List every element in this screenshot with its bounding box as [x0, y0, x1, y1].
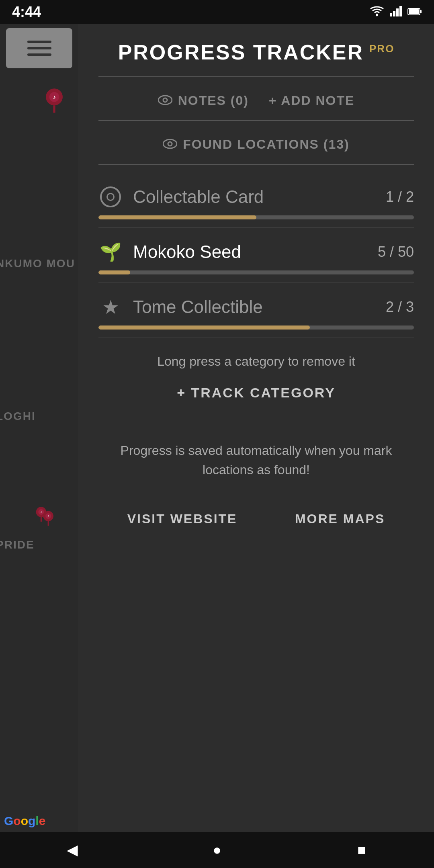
svg-point-18 — [163, 98, 167, 102]
notes-divider — [98, 120, 414, 121]
eye-icon — [158, 93, 172, 108]
map-background: NKUMO MOU LOGHI PRIDE ♪ ♪ ♪ — [0, 24, 80, 832]
more-maps-button[interactable]: MORE MAPS — [287, 508, 393, 530]
autosave-text: Progress is saved automatically when you… — [98, 417, 414, 495]
pro-badge: PRO — [369, 43, 394, 55]
star-icon: ★ — [102, 296, 119, 318]
google-logo: Google — [4, 814, 45, 828]
mokoko-seed-name: Mokoko Seed — [133, 242, 378, 262]
category-header-collectable-card: Collectable Card 1 / 2 — [98, 185, 414, 209]
tome-collectible-count: 2 / 3 — [386, 299, 414, 315]
svg-point-17 — [158, 96, 172, 104]
hamburger-line-2 — [27, 47, 51, 49]
mokoko-seed-count: 5 / 50 — [378, 244, 414, 260]
mokoko-sprout-icon: 🌱 — [100, 242, 122, 262]
svg-rect-12 — [396, 8, 399, 16]
map-pin-group-1: ♪ — [42, 86, 66, 115]
bottom-actions: VISIT WEBSITE MORE MAPS — [98, 495, 414, 547]
panel-header: PROGRESS TRACKER PRO — [98, 40, 414, 64]
notes-item[interactable]: NOTES (0) — [158, 93, 249, 108]
add-note-button[interactable]: + ADD NOTE — [269, 93, 355, 108]
status-bar: 4:44 — [0, 0, 434, 24]
wifi-icon — [370, 5, 384, 19]
collectable-card-name: Collectable Card — [133, 187, 386, 207]
card-circle — [100, 186, 121, 207]
hamburger-lines — [27, 41, 51, 56]
svg-text:♪: ♪ — [47, 514, 49, 518]
svg-rect-10 — [390, 13, 392, 16]
svg-rect-16 — [409, 9, 419, 14]
category-item-collectable-card[interactable]: Collectable Card 1 / 2 — [98, 173, 414, 228]
category-item-tome-collectible[interactable]: ★ Tome Collectible 2 / 3 — [98, 283, 414, 338]
svg-point-9 — [376, 14, 378, 16]
hamburger-button[interactable] — [6, 28, 72, 68]
mokoko-seed-progress-fill — [98, 270, 130, 274]
tome-collectible-progress-container — [98, 326, 414, 330]
category-header-tome-collectible: ★ Tome Collectible 2 / 3 — [98, 295, 414, 319]
map-text-1: NKUMO MOU — [0, 257, 75, 270]
collectable-card-icon — [98, 185, 123, 209]
track-category-button[interactable]: + TRACK CATEGORY — [98, 377, 414, 417]
svg-point-20 — [168, 142, 172, 146]
side-panel: PROGRESS TRACKER PRO NOTES (0) + ADD NOT… — [78, 24, 434, 832]
status-icons — [370, 5, 422, 19]
svg-rect-15 — [420, 10, 422, 13]
home-button[interactable]: ● — [201, 838, 233, 862]
found-locations-eye-icon — [163, 137, 177, 152]
hamburger-line-1 — [27, 41, 51, 43]
visit-website-button[interactable]: VISIT WEBSITE — [119, 508, 246, 530]
collectable-card-progress-fill — [98, 215, 256, 219]
tome-collectible-icon: ★ — [98, 295, 123, 319]
map-pin-group-2: ♪ ♪ — [32, 506, 56, 534]
category-item-mokoko-seed[interactable]: 🌱 Mokoko Seed 5 / 50 — [98, 228, 414, 283]
mokoko-seed-icon: 🌱 — [98, 240, 123, 264]
collectable-card-progress-container — [98, 215, 414, 219]
tome-collectible-progress-fill — [98, 326, 310, 330]
found-locations-divider — [98, 164, 414, 165]
svg-text:♪: ♪ — [53, 94, 56, 100]
notes-row: NOTES (0) + ADD NOTE — [98, 85, 414, 116]
mokoko-seed-progress-container — [98, 270, 414, 274]
map-text-2: LOGHI — [0, 410, 36, 423]
status-time: 4:44 — [12, 4, 41, 20]
category-header-mokoko-seed: 🌱 Mokoko Seed 5 / 50 — [98, 240, 414, 264]
svg-text:♪: ♪ — [40, 510, 42, 514]
nav-bar: ◀ ● ■ — [0, 832, 434, 868]
back-button[interactable]: ◀ — [56, 838, 88, 862]
svg-point-19 — [163, 139, 177, 148]
card-inner — [106, 193, 115, 201]
recent-button[interactable]: ■ — [346, 838, 378, 862]
found-locations-label: FOUND LOCATIONS (13) — [183, 137, 350, 152]
collectable-card-count: 1 / 2 — [386, 188, 414, 205]
found-locations-row[interactable]: FOUND LOCATIONS (13) — [98, 129, 414, 160]
signal-icon — [390, 5, 402, 19]
hint-text: Long press a category to remove it — [98, 338, 414, 377]
header-divider — [98, 76, 414, 77]
map-text-3: PRIDE — [0, 538, 35, 551]
svg-rect-11 — [393, 11, 395, 16]
notes-label: NOTES (0) — [178, 93, 249, 108]
tome-collectible-name: Tome Collectible — [133, 297, 386, 317]
svg-rect-13 — [399, 6, 402, 16]
battery-icon — [407, 5, 422, 19]
hamburger-line-3 — [27, 53, 51, 56]
panel-title: PROGRESS TRACKER — [118, 40, 364, 64]
